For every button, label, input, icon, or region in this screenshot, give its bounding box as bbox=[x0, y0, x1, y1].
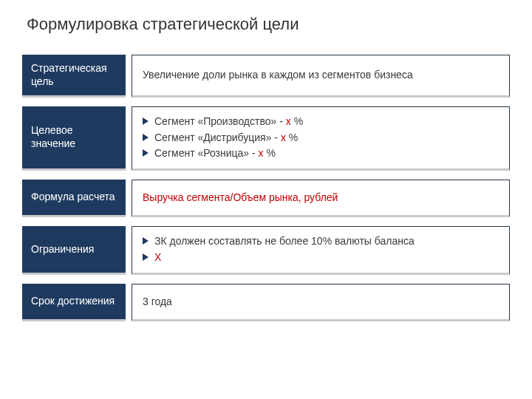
row-goal: Стратегическая цель Увеличение доли рынк… bbox=[22, 55, 510, 98]
row-formula: Формула расчета Выручка сегмента/Объем р… bbox=[22, 180, 510, 218]
seg2-post: % bbox=[286, 132, 298, 143]
content-constraints: ЗК должен составлять не более 10% валюты… bbox=[132, 226, 510, 274]
target-line-2: Сегмент «Дистрибуция» - х % bbox=[154, 131, 298, 146]
row-deadline: Срок достижения 3 года bbox=[22, 284, 510, 322]
constraint-line-2: Х bbox=[154, 250, 161, 265]
seg2-red: х bbox=[281, 132, 286, 143]
deadline-text: 3 года bbox=[143, 295, 499, 310]
con1-pre: ЗК должен составлять не более 10% валюты… bbox=[154, 235, 415, 247]
list-item: ЗК должен составлять не более 10% валюты… bbox=[143, 234, 499, 249]
seg2-pre: Сегмент «Дистрибуция» - bbox=[154, 132, 281, 143]
content-deadline: 3 года bbox=[132, 284, 510, 322]
triangle-icon bbox=[143, 237, 149, 245]
con2-red: Х bbox=[154, 251, 161, 263]
list-item: Сегмент «Дистрибуция» - х % bbox=[143, 131, 499, 146]
seg3-post: % bbox=[264, 147, 276, 159]
formula-text: Выручка сегмента/Объем рынка, рублей bbox=[143, 191, 499, 205]
triangle-icon bbox=[143, 149, 149, 157]
rows-container: Стратегическая цель Увеличение доли рынк… bbox=[22, 55, 510, 321]
label-goal: Стратегическая цель bbox=[22, 55, 126, 98]
goal-text: Увеличение доли рынка в каждом из сегмен… bbox=[143, 68, 499, 83]
seg1-post: % bbox=[291, 115, 303, 127]
content-target: Сегмент «Производство» - х % Сегмент «Ди… bbox=[132, 106, 510, 171]
constraint-line-1: ЗК должен составлять не более 10% валюты… bbox=[154, 234, 415, 249]
content-formula: Выручка сегмента/Объем рынка, рублей bbox=[132, 180, 510, 218]
seg3-red: х bbox=[259, 147, 264, 159]
content-goal: Увеличение доли рынка в каждом из сегмен… bbox=[132, 55, 510, 98]
list-item: Х bbox=[143, 250, 499, 265]
row-constraints: Ограничения ЗК должен составлять не боле… bbox=[22, 226, 510, 274]
slide-title: Формулировка стратегической цели bbox=[27, 15, 510, 34]
triangle-icon bbox=[143, 134, 149, 141]
target-line-1: Сегмент «Производство» - х % bbox=[154, 115, 303, 129]
label-constraints: Ограничения bbox=[22, 226, 126, 274]
seg1-pre: Сегмент «Производство» - bbox=[154, 115, 286, 127]
triangle-icon bbox=[143, 117, 149, 125]
label-target: Целевое значение bbox=[22, 106, 126, 171]
seg3-pre: Сегмент «Розница» - bbox=[154, 147, 259, 159]
label-deadline: Срок достижения bbox=[22, 284, 126, 322]
label-formula: Формула расчета bbox=[22, 180, 126, 218]
list-item: Сегмент «Производство» - х % bbox=[143, 115, 499, 129]
triangle-icon bbox=[143, 253, 149, 261]
list-item: Сегмент «Розница» - х % bbox=[143, 146, 499, 161]
row-target: Целевое значение Сегмент «Производство» … bbox=[22, 106, 510, 171]
seg1-red: х bbox=[286, 115, 291, 127]
target-line-3: Сегмент «Розница» - х % bbox=[154, 146, 276, 161]
